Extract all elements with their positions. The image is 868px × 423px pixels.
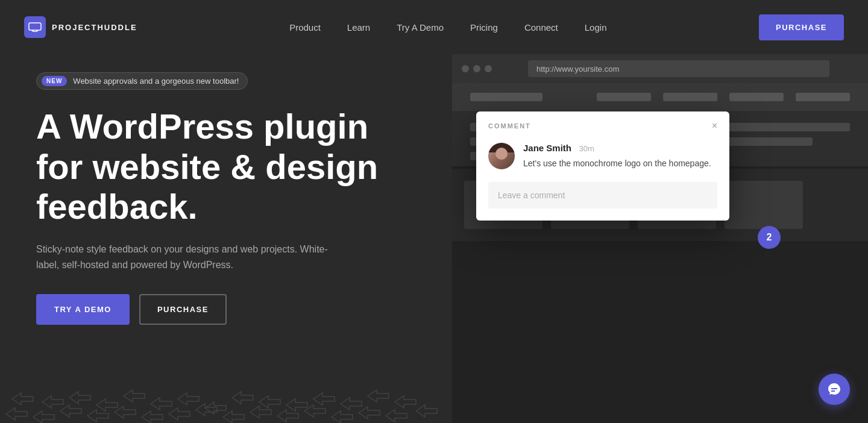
nav-connect[interactable]: Connect [511,22,571,33]
navbar: PROJECTHUDDLE Product Learn Try A Demo P… [0,0,868,54]
new-tag: NEW [42,76,67,86]
logo[interactable]: PROJECTHUDDLE [24,16,137,38]
svg-marker-3 [69,392,90,404]
svg-marker-13 [341,398,362,410]
purchase-button[interactable]: PURCHASE [139,294,227,325]
logo-text: PROJECTHUDDLE [52,23,137,32]
comment-meta: Jane Smith 30m Let's use the monochrome … [523,143,717,170]
browser-url: http://www.yoursite.com [528,60,829,77]
try-demo-button[interactable]: TRY A DEMO [36,294,130,325]
site-card-4 [725,181,803,229]
svg-rect-0 [29,23,41,30]
dot-red [462,65,469,72]
svg-marker-12 [313,393,335,405]
svg-marker-14 [368,390,389,402]
nav-login[interactable]: Login [571,22,620,33]
comment-input[interactable]: Leave a comment [488,182,717,208]
svg-marker-19 [87,410,108,422]
nav-bar-4 [729,93,784,101]
svg-marker-18 [60,405,81,417]
svg-marker-26 [277,410,298,422]
svg-marker-7 [178,393,199,405]
hero-subtitle: Sticky-note style feedback on your desig… [36,242,350,272]
svg-marker-23 [196,404,217,416]
chat-button[interactable] [819,374,850,405]
nav-bar-2 [597,93,651,101]
comment-popup: COMMENT × Jane Smith 30m Let's use the m… [476,111,729,221]
hero-title: A WordPress plugin for website & design … [36,107,416,227]
badge-text: Website approvals and a gorgeous new too… [73,77,239,86]
hero-section: NEW Website approvals and a gorgeous new… [0,54,452,423]
new-badge: NEW Website approvals and a gorgeous new… [36,72,248,90]
comment-text: Let's use the monochrome logo on the hom… [523,157,717,170]
comment-label: COMMENT [488,122,531,130]
close-button[interactable]: × [712,121,717,131]
nav-pricing[interactable]: Pricing [457,22,511,33]
svg-marker-1 [12,393,33,405]
site-nav-mock [452,83,868,111]
demo-area: http://www.yoursite.com [452,54,868,423]
svg-marker-24 [223,411,244,423]
nav-bar-1 [470,93,542,101]
comment-pin-2[interactable]: 2 [758,226,781,249]
svg-marker-22 [169,408,190,420]
svg-marker-25 [250,406,271,418]
dot-yellow [473,65,480,72]
browser-bar: http://www.yoursite.com [452,54,868,83]
svg-marker-9 [232,392,253,404]
svg-marker-31 [416,405,437,417]
svg-marker-20 [115,406,136,418]
svg-marker-29 [359,407,380,419]
svg-marker-4 [96,399,118,411]
svg-marker-30 [386,410,407,422]
avatar [488,143,515,169]
svg-marker-27 [304,405,326,417]
svg-marker-17 [33,411,54,423]
navbar-purchase-button[interactable]: PURCHASE [759,14,844,40]
logo-icon [24,16,46,38]
svg-marker-28 [332,411,353,423]
svg-marker-2 [42,396,63,408]
svg-marker-15 [395,396,416,408]
nav-try-demo[interactable]: Try A Demo [383,22,457,33]
nav-links: Product Learn Try A Demo Pricing Connect… [276,22,620,33]
arrows-decoration [0,327,452,423]
main-content: NEW Website approvals and a gorgeous new… [0,54,868,423]
svg-marker-6 [151,398,172,410]
svg-marker-21 [142,411,163,423]
nav-learn[interactable]: Learn [334,22,383,33]
browser-dots [462,65,492,72]
hero-buttons: TRY A DEMO PURCHASE [36,294,416,325]
comment-body: Jane Smith 30m Let's use the monochrome … [476,137,729,182]
comment-header: COMMENT × [476,111,729,137]
svg-marker-5 [124,390,145,402]
dot-green [485,65,492,72]
svg-marker-11 [286,399,307,411]
comment-author: Jane Smith [523,143,571,153]
nav-bar-3 [663,93,717,101]
svg-marker-10 [259,396,280,408]
nav-bar-5 [796,93,850,101]
nav-product[interactable]: Product [276,22,334,33]
svg-marker-16 [6,408,27,420]
svg-marker-8 [205,402,226,414]
comment-time: 30m [579,144,594,153]
